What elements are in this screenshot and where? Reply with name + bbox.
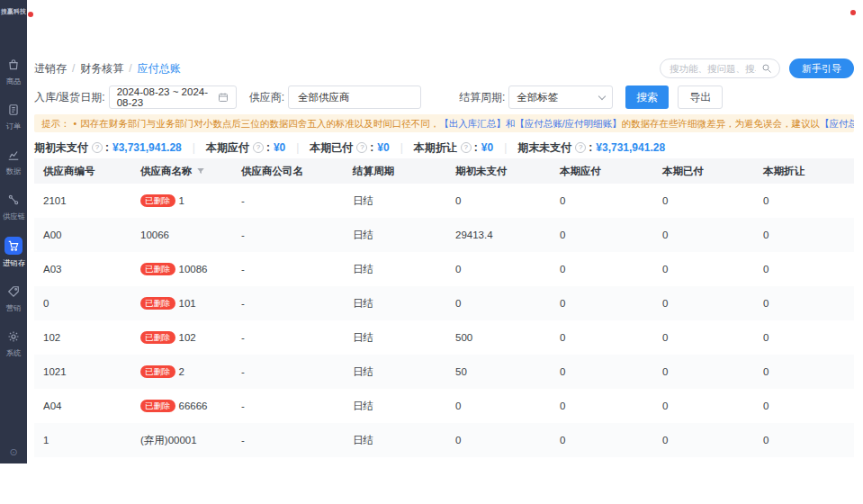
cell-opening-value: 0 — [455, 435, 461, 446]
table-row: 1021已删除2-日结50000 — [34, 355, 854, 389]
data-icon — [5, 147, 22, 163]
column-header: 期初未支付 — [446, 165, 551, 178]
cell-paid-value: 0 — [662, 230, 668, 240]
cell-name: (弃用)00001 — [131, 434, 232, 447]
cell-discount-value: 0 — [763, 400, 769, 411]
sidebar-item-data[interactable]: 数据 — [0, 142, 27, 181]
sidebar-item-label: 商品 — [6, 76, 22, 87]
notice-segment: 因存在财务部门与业务部门对小数点后三位的数据四舍五入的标准以及时间口径不同， — [80, 118, 439, 129]
sidebar-item-goods[interactable]: 商品 — [0, 52, 27, 91]
cell-discount-value: 0 — [763, 435, 769, 446]
cell-discount: 0 — [754, 400, 854, 411]
info-icon[interactable]: ? — [575, 142, 586, 153]
cell-discount: 0 — [754, 332, 854, 343]
cell-cycle: 日结 — [344, 365, 446, 379]
sidebar-item-marketing[interactable]: 营销 — [0, 279, 27, 318]
summary-divider: | — [504, 141, 507, 154]
cell-opening-value: 29413.4 — [455, 230, 493, 240]
sidebar-item-inventory[interactable]: 进销存 — [0, 232, 27, 273]
cell-code: 1 — [34, 435, 131, 446]
info-icon[interactable]: ? — [356, 142, 367, 153]
table-row: 102已删除102-日结500000 — [34, 320, 854, 355]
cell-opening: 0 — [446, 435, 551, 446]
cell-name-value: 66666 — [179, 400, 208, 411]
toolbar: 进销存 / 财务核算 / 应付总账 新手引导 — [34, 58, 854, 79]
cell-name: 已删除66666 — [131, 400, 232, 412]
column-header: 本期折让 — [754, 165, 854, 178]
search-button[interactable]: 搜索 — [625, 86, 669, 109]
cell-cycle-value: 日结 — [353, 434, 373, 447]
breadcrumb-item[interactable]: 进销存 — [34, 61, 67, 76]
sidebar-item-supply-chain[interactable]: 供应链 — [0, 187, 27, 226]
cell-discount: 0 — [754, 230, 854, 240]
summary-value: ¥0 — [481, 141, 493, 154]
supplier-input[interactable] — [296, 91, 413, 104]
deleted-badge: 已删除 — [140, 263, 175, 275]
summary-colon: : — [474, 141, 478, 154]
cell-payable: 0 — [551, 435, 653, 446]
cell-name-value: 1 — [179, 195, 184, 206]
sidebar-footer-icon[interactable]: ⊙ — [9, 446, 17, 464]
goods-icon — [5, 57, 22, 73]
cell-opening: 50 — [446, 366, 551, 377]
calendar-icon[interactable] — [218, 92, 229, 103]
cell-paid-value: 0 — [662, 195, 668, 206]
date-range-input[interactable]: 2024-08-23 ~ 2024-08-23 — [109, 86, 237, 109]
cell-paid: 0 — [653, 195, 754, 206]
sidebar-item-label: 数据 — [6, 166, 22, 177]
cell-discount: 0 — [754, 298, 854, 309]
table-row: 0已删除101-日结0000 — [34, 286, 854, 320]
cell-name: 10066 — [131, 230, 232, 240]
breadcrumb-separator: / — [72, 62, 75, 75]
table-row: 2101已删除1-日结0000 — [34, 184, 854, 218]
cell-payable-value: 0 — [560, 435, 565, 446]
summary-divider: | — [193, 141, 195, 154]
info-icon[interactable]: ? — [461, 142, 472, 153]
cell-company: - — [232, 298, 344, 309]
cell-company: - — [232, 400, 344, 411]
search-input[interactable] — [668, 62, 758, 75]
system-icon — [5, 328, 22, 345]
summary-value: ¥0 — [377, 141, 389, 154]
inventory-icon — [4, 237, 22, 255]
sidebar-item-label: 订单 — [6, 122, 22, 132]
cell-code: A03 — [34, 264, 131, 274]
guide-button[interactable]: 新手引导 — [789, 58, 854, 78]
summary-colon: : — [105, 141, 109, 154]
cell-code-value: A03 — [43, 264, 61, 274]
export-button[interactable]: 导出 — [678, 86, 723, 109]
sidebar-item-system[interactable]: 系统 — [0, 324, 27, 363]
column-header-label: 本期已付 — [662, 165, 704, 178]
cell-opening: 0 — [446, 298, 551, 309]
cell-opening-value: 0 — [455, 298, 461, 309]
cell-opening-value: 500 — [455, 332, 472, 343]
sidebar-item-label: 系统 — [6, 348, 22, 359]
cell-payable-value: 0 — [560, 332, 565, 343]
cell-paid: 0 — [653, 435, 754, 446]
cell-opening: 29413.4 — [446, 230, 551, 240]
cell-discount-value: 0 — [763, 195, 769, 206]
info-icon[interactable]: ? — [92, 142, 103, 153]
cell-paid-value: 0 — [662, 400, 668, 411]
table-row: 1(弃用)00001-日结0000 — [34, 423, 854, 457]
search-icon[interactable] — [761, 63, 772, 74]
breadcrumb-item[interactable]: 财务核算 — [80, 61, 123, 76]
cell-company: - — [232, 230, 344, 240]
notice-segment: 【出入库汇总】和【应付总账/应付明细账】 — [439, 118, 621, 129]
cell-discount-value: 0 — [763, 230, 769, 240]
cell-discount: 0 — [754, 195, 854, 206]
cell-code-value: 2101 — [43, 195, 67, 206]
cell-paid-value: 0 — [662, 435, 668, 446]
cell-code-value: 1021 — [43, 366, 67, 377]
sidebar-item-orders[interactable]: 订单 — [0, 97, 27, 136]
notice-segment: 【应付总账/应付明细账】 — [820, 118, 854, 129]
filter-icon[interactable] — [196, 166, 205, 176]
cycle-select[interactable]: 全部标签 — [508, 86, 613, 109]
cell-payable: 0 — [551, 264, 653, 274]
cell-cycle-value: 日结 — [353, 297, 373, 310]
deleted-badge: 已删除 — [140, 400, 175, 412]
cell-name: 已删除101 — [131, 297, 232, 310]
sidebar: 搜赢科技 商品订单数据供应链进销存营销系统 ⊙ — [0, 0, 27, 464]
column-header: 本期应付 — [551, 165, 653, 178]
info-icon[interactable]: ? — [253, 142, 264, 153]
